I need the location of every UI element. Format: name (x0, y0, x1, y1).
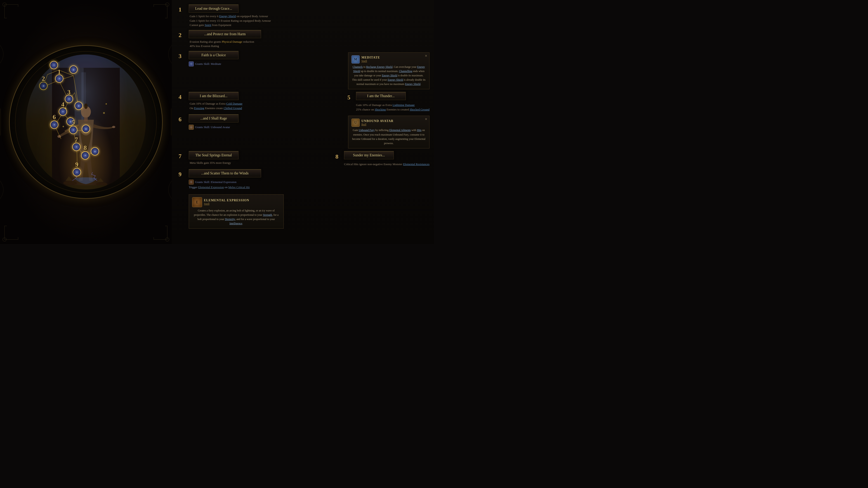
svg-rect-4 (0, 108, 1, 135)
skill-content-2: ...and Protect me from Harm Evasion Rati… (189, 30, 430, 48)
skill-desc-8: Critical Hits ignore non-negative Enemy … (336, 162, 430, 166)
tooltip-title-row-6: U Unbound Avatar Buff (351, 119, 426, 127)
meditate-icon: M (189, 61, 194, 66)
skill-button-2[interactable]: ...and Protect me from Harm (189, 30, 261, 38)
skill-content-3: Faith is a Choice M Grants Skill: Medita… (189, 51, 342, 66)
skill-button-8[interactable]: Sunder my Enemies... (344, 151, 394, 159)
skill-desc-1-line2: Gain 1 Spirit for every 15 Evasion Ratin… (190, 19, 430, 23)
tooltip-type-elemental: Spell (204, 202, 249, 205)
grants-skill-label-3: Grants Skill: Meditate (195, 62, 221, 66)
right-panel: 1 Lead me through Grace... Gain 1 Spirit… (172, 0, 434, 244)
tooltip-close-6[interactable]: ✕ (425, 117, 428, 121)
skill-content-9: ...and Scatter Them to the Winds E Grant… (189, 169, 261, 189)
tooltip-name-elemental: Elemental Expression (204, 199, 249, 202)
skill-node-right2[interactable]: ◈ (82, 125, 90, 133)
skill-content-1: Lead me through Grace... Gain 1 Spirit f… (189, 4, 430, 27)
skill-node-6[interactable]: ✦ (50, 121, 58, 129)
skill-node-top[interactable]: ☽ (50, 61, 58, 69)
skill-node-7[interactable]: ✦ (72, 143, 81, 151)
skill-row-4-5: 4 I am the Blizzard... Gain 10% of Damag… (179, 92, 430, 111)
skill-row-7-8: 7 The Soul Springs Eternal Meta Skills g… (179, 151, 430, 166)
skill-content-6: ...and I Shall Rage U Grants Skill: Unbo… (189, 114, 342, 130)
row-number-7: 7 (179, 151, 185, 160)
tooltip-title-row-9: E Elemental Expression Spell (192, 197, 280, 207)
svg-point-0 (3, 3, 6, 6)
skill-button-5[interactable]: I am the Thunder... (356, 92, 406, 100)
skill-node-far-right[interactable]: ◈ (91, 147, 99, 156)
tooltip-icon-unbound: U (351, 119, 360, 127)
tooltip-type-meditate: Spell (362, 59, 380, 63)
skill-node-5[interactable]: ✦ (69, 126, 77, 134)
skill-desc-2-line2: 40% less Evasion Rating (190, 44, 430, 48)
skill-button-9[interactable]: ...and Scatter Them to the Winds (189, 169, 261, 177)
skill-node-2[interactable]: ⊕ (39, 82, 48, 90)
tooltip-icon-meditate: M (351, 55, 360, 64)
grants-skill-9: E Grants Skill: Elemental Expression (189, 180, 261, 185)
skill-node-right[interactable]: ◈ (74, 102, 83, 110)
skill-row-6: 6 ...and I Shall Rage U Grants Skill: Un… (179, 114, 430, 149)
skill-desc-1-line3: Cannot gain Spirit from Equipment (190, 23, 430, 27)
tooltip-name-unbound: Unbound Avatar (362, 119, 394, 123)
skill-node-1[interactable]: ✦ (55, 74, 63, 83)
skill-row-9: 9 ...and Scatter Them to the Winds E Gra… (179, 169, 430, 229)
skill-button-1[interactable]: Lead me through Grace... (189, 4, 239, 13)
skill-desc-4-line2: On Freezing Enemies create Chilled Groun… (190, 106, 342, 110)
node-number-5: 5 (72, 119, 75, 126)
row-number-3: 3 (179, 51, 185, 60)
tooltip-body-meditate: Channels to Recharge Energy Shield. Can … (351, 65, 426, 87)
skill-button-7[interactable]: The Soul Springs Eternal (189, 151, 239, 159)
trigger-line-9: Trigger Elemental Expression on Melee Cr… (189, 186, 261, 189)
row-number-8: 8 (336, 152, 342, 160)
skill-desc-7: Meta Skills gain 35% more Energy (189, 161, 330, 165)
skill-row-2: 2 ...and Protect me from Harm Evasion Ra… (179, 30, 430, 48)
skill-desc-2-line1: Evasion Rating also grants Physical Dama… (190, 39, 430, 44)
grants-skill-label-9: Grants Skill: Elemental Expression (195, 180, 237, 184)
tooltip-close-3[interactable]: ✕ (425, 54, 428, 58)
svg-point-3 (165, 238, 169, 241)
skill-row-3: 3 Faith is a Choice M Grants Skill: Medi… (179, 51, 430, 90)
skill-node-top-right[interactable]: ◈ (69, 66, 78, 74)
meditate-tooltip: ✕ M Meditate Spell Channels to Recharge … (348, 53, 430, 90)
skill-content-4: I am the Blizzard... Gain 10% of Damage … (189, 92, 342, 110)
elemental-tooltip: E Elemental Expression Spell Creates a f… (189, 194, 284, 229)
node-number-4: 4 (61, 101, 64, 108)
svg-line-27 (48, 70, 59, 74)
unbound-icon: U (189, 125, 194, 130)
skill-button-3[interactable]: Faith is a Choice (189, 51, 239, 59)
skill-node-3[interactable]: ✦ (65, 95, 73, 103)
row-number-5: 5 (347, 92, 354, 101)
skill-desc-5: Gain 10% of Damage as Extra Lightning Da… (347, 103, 430, 111)
row-number-2: 2 (179, 30, 185, 39)
skill-content-7: The Soul Springs Eternal Meta Skills gai… (189, 151, 330, 165)
skill-content-5: 5 I am the Thunder... Gain 10% of Damage… (347, 92, 430, 111)
row-number-1: 1 (179, 4, 185, 13)
row-number-6: 6 (179, 114, 185, 123)
left-panel: ☽ 1 ✦ 2 ⊕ ◈ 3 ✦ ◈ 4 ✦ ◈ 6 ✦ 5 ✦ ◈ 7 ✦ 8 … (0, 0, 172, 244)
tooltip-body-elemental: Creates a fiery explosion, an arcing bol… (192, 208, 280, 226)
skill-node-9[interactable]: ✦ (73, 168, 81, 176)
skill-content-8: 8 Sunder my Enemies... Critical Hits ign… (336, 151, 430, 166)
unbound-tooltip: ✕ U Unbound Avatar Buff Gain Unbound Fur… (348, 116, 430, 149)
grants-skill-3: M Grants Skill: Meditate (189, 61, 342, 66)
svg-point-2 (3, 238, 6, 241)
skill-desc-4: Gain 10% of Damage as Extra Cold Damage … (189, 101, 342, 110)
tooltip-title-row-3: M Meditate Spell (351, 55, 426, 64)
tooltip-body-unbound: Gain Unbound Fury by inflicting Elementa… (351, 128, 426, 145)
skill-connections (9, 45, 163, 199)
skill-tree-frame: ☽ 1 ✦ 2 ⊕ ◈ 3 ✦ ◈ 4 ✦ ◈ 6 ✦ 5 ✦ ◈ 7 ✦ 8 … (9, 45, 163, 199)
skill-desc-4-line1: Gain 10% of Damage as Extra Cold Damage (190, 101, 342, 106)
skill-node-8[interactable]: ✦ (81, 151, 89, 160)
skill-desc-7-line1: Meta Skills gain 35% more Energy (190, 161, 330, 165)
node-number-6: 6 (53, 113, 56, 121)
skill-button-6[interactable]: ...and I Shall Rage (189, 114, 239, 123)
node-number-7: 7 (75, 136, 78, 143)
node-number-8: 8 (84, 144, 87, 151)
skill-desc-5-line2: 25% chance on Shocking Enemies to create… (356, 107, 430, 112)
grants-skill-6: U Grants Skill: Unbound Avatar (189, 125, 342, 130)
row-number-4: 4 (179, 92, 185, 101)
skill-node-4[interactable]: ✦ (59, 107, 67, 116)
skill-desc-1: Gain 1 Spirit for every 6 Energy Shield … (189, 14, 430, 27)
skill-button-4[interactable]: I am the Blizzard... (189, 92, 239, 100)
grants-skill-label-6: Grants Skill: Unbound Avatar (195, 125, 230, 129)
skill-row-9-inner: 9 ...and Scatter Them to the Winds E Gra… (179, 169, 261, 189)
